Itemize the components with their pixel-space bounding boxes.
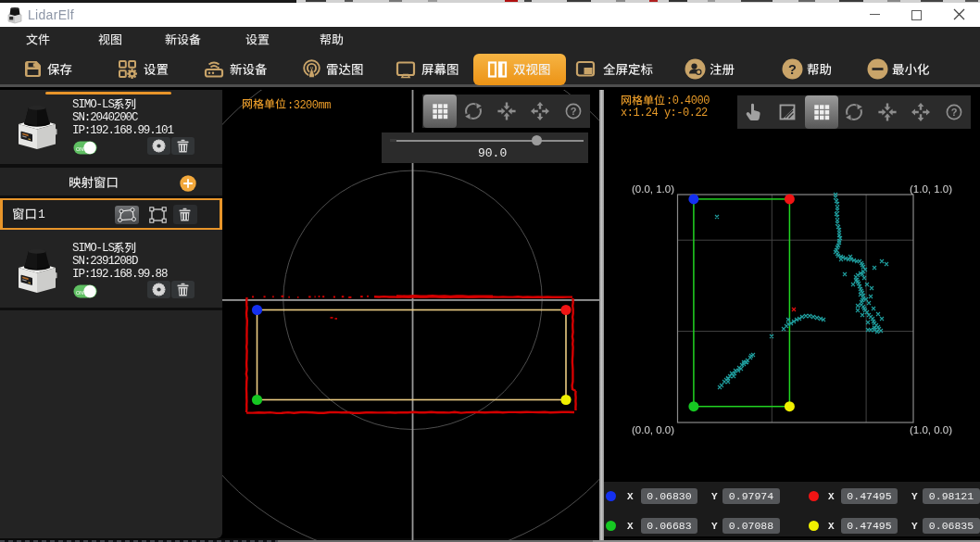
svg-text:?: ?	[950, 107, 957, 118]
svg-text:ON: ON	[76, 289, 83, 295]
svg-text:?: ?	[788, 62, 797, 77]
svg-text:?: ?	[571, 106, 577, 117]
svg-text:ON: ON	[76, 146, 83, 152]
